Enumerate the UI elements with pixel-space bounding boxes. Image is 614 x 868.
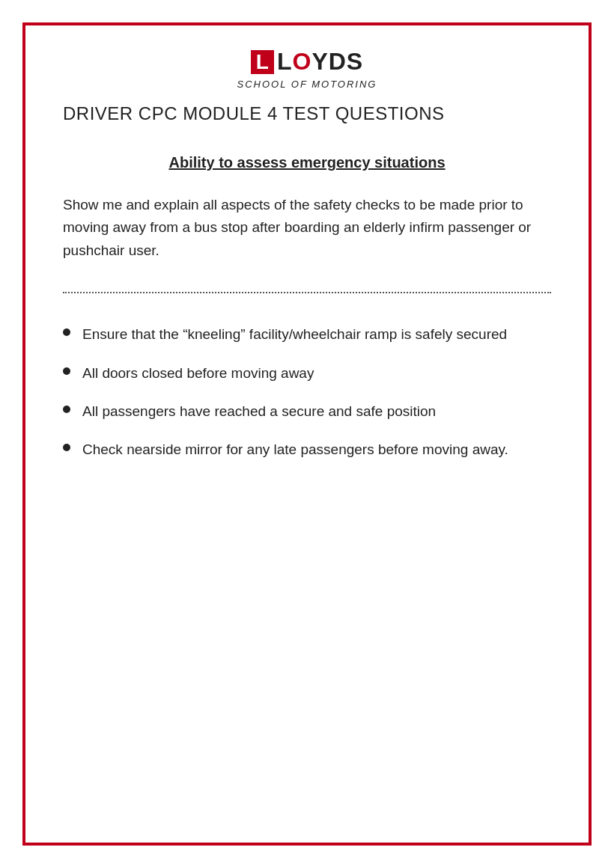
logo-subtitle: SCHOOL OF MOTORING [237,79,377,90]
list-item: Ensure that the “kneeling” facility/whee… [63,323,551,345]
logo-loyds-text: LOYDS [277,48,363,76]
page-container: L LOYDS SCHOOL OF MOTORING DRIVER CPC MO… [22,22,592,846]
bullet-icon [63,328,70,336]
answer-list: Ensure that the “kneeling” facility/whee… [63,323,551,461]
logo-container: L LOYDS [251,48,363,76]
bullet-icon [63,444,70,451]
section-heading: Ability to assess emergency situations [63,154,551,171]
header: L LOYDS SCHOOL OF MOTORING DRIVER CPC MO… [63,48,551,124]
answer-text-2: All doors closed before moving away [82,362,314,384]
logo-l-box: L [251,50,274,74]
bullet-icon [63,406,70,413]
question-text: Show me and explain all aspects of the s… [63,194,551,262]
dotted-divider [63,292,551,293]
list-item: All passengers have reached a secure and… [63,400,551,422]
list-item: All doors closed before moving away [63,362,551,384]
bullet-icon [63,367,70,375]
answer-text-1: Ensure that the “kneeling” facility/whee… [82,323,507,345]
answer-text-4: Check nearside mirror for any late passe… [82,438,508,460]
list-item: Check nearside mirror for any late passe… [63,438,551,460]
answer-text-3: All passengers have reached a secure and… [82,400,436,422]
page-title: DRIVER CPC MODULE 4 TEST QUESTIONS [63,103,551,124]
